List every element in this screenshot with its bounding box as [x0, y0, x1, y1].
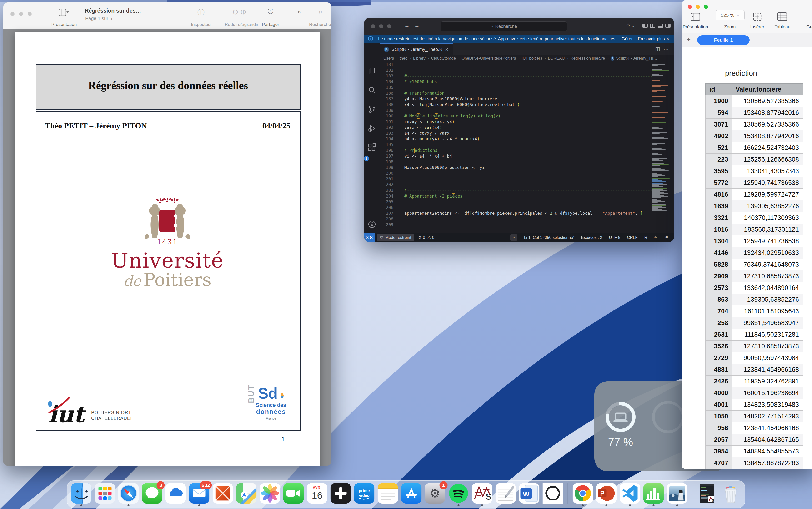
layout-icons[interactable] — [642, 23, 671, 29]
code-line[interactable]: 187y4 <- MaisonPlus10000$Valeur.fonciere — [379, 97, 652, 102]
code-line[interactable]: 188x4 <- log(MaisonPlus10000$Surface.ree… — [379, 102, 652, 108]
dock-item-facetime[interactable] — [283, 483, 304, 504]
table-row[interactable]: 1639139305,63852276 — [705, 200, 803, 212]
zoom-out-in-icons[interactable]: ⊖⊕ — [232, 8, 248, 16]
code-line[interactable]: 184# +10000 habs — [379, 79, 652, 85]
table-row[interactable]: 4816129289,599724727 — [705, 189, 803, 200]
table-row[interactable]: 521166224,524732403 — [705, 142, 803, 154]
code-line[interactable]: 197yi <- a4 * x4 + b4 — [379, 154, 652, 160]
dock-item-trash[interactable] — [721, 483, 741, 504]
code-line[interactable]: 182 — [379, 68, 652, 74]
dock-item-maps[interactable] — [236, 483, 257, 504]
dock-item-spotify[interactable] — [448, 483, 469, 506]
zoom-control[interactable]: 125 %⌄ — [715, 10, 745, 21]
outlook-icon[interactable] — [213, 483, 233, 504]
dock-item-launchpad[interactable] — [95, 483, 115, 504]
dock-item-black-plus[interactable] — [331, 483, 351, 504]
insert-icon[interactable] — [753, 12, 762, 22]
copilot-status-icon[interactable]: ᯅ — [654, 235, 658, 240]
dock-item-messages[interactable]: 3 — [142, 483, 162, 504]
copilot-icon[interactable]: ᯅ⌄ — [626, 23, 634, 29]
add-sheet-button[interactable]: + — [685, 36, 693, 43]
status-search-icon[interactable]: ⌕ — [510, 235, 517, 241]
breadcrumb-item[interactable]: Library — [413, 56, 426, 61]
table-row[interactable]: 2909127310,685873873 — [705, 270, 803, 282]
table-row[interactable]: 2631111846,502317281 — [705, 329, 803, 341]
source-control-icon[interactable] — [368, 105, 376, 114]
code-line[interactable]: 190# Modèle linéaire sur log(y) et log(x… — [379, 114, 652, 120]
accounts-icon[interactable] — [368, 220, 376, 229]
search-label[interactable]: Recherche — [309, 22, 331, 27]
black-plus-icon[interactable] — [331, 483, 351, 504]
restricted-mode-chip[interactable]: 🛡Mode restreint — [377, 234, 414, 241]
search-icon[interactable]: ⌕ — [319, 8, 323, 16]
table-row[interactable]: 3071130569,527385366 — [705, 119, 803, 130]
preview-icon[interactable] — [667, 483, 688, 504]
trash-icon[interactable] — [721, 483, 741, 504]
code-line[interactable]: 185 — [379, 85, 652, 91]
indentation[interactable]: Espaces : 2 — [581, 235, 602, 240]
dock-item-notes[interactable] — [378, 483, 398, 504]
table-icon[interactable] — [777, 12, 787, 21]
encoding[interactable]: UTF-8 — [609, 235, 620, 240]
breadcrumb[interactable]: Users›theo›Library›CloudStorage›OneDrive… — [383, 55, 657, 62]
breadcrumb-item[interactable]: IUT poitiers — [521, 56, 542, 61]
table-row[interactable]: 4000160015,196238694 — [705, 387, 803, 399]
breadcrumb-item[interactable]: ScriptR - Jeremy_Th… — [616, 56, 657, 61]
inspector-label[interactable]: Inspecteur — [191, 22, 212, 27]
minimap[interactable] — [652, 62, 673, 232]
minimize-button[interactable] — [696, 5, 700, 9]
table-row[interactable]: 223125256,126666308 — [705, 154, 803, 165]
remote-indicator[interactable]: ⋊⋉ — [364, 233, 375, 242]
code-line[interactable]: 193a4 <- covxy / varx — [379, 131, 652, 137]
table-row[interactable]: 863139305,63852276 — [705, 294, 803, 305]
code-line[interactable]: 181 — [379, 62, 652, 68]
more-actions-icon[interactable]: ⋯ — [663, 46, 669, 52]
table-row[interactable]: 2057135404,642867165 — [705, 434, 803, 446]
problems-indicator[interactable]: ⊘ 0 ⚠ 0 — [418, 235, 434, 240]
notifications-bell-icon[interactable]: 🔔︎ — [665, 235, 669, 240]
run-debug-icon[interactable] — [368, 124, 376, 133]
chart-label[interactable]: Gra — [806, 24, 812, 30]
dock-item-numbers[interactable] — [643, 483, 664, 506]
sidebar-icon[interactable] — [59, 8, 70, 17]
code-line[interactable]: 203#------------------------------------… — [379, 188, 652, 194]
back-icon[interactable]: ← — [404, 23, 410, 29]
table-row[interactable]: 3526127310,685873873 — [705, 341, 803, 352]
calendar-icon[interactable]: AVR.16 — [307, 483, 327, 504]
close-button[interactable] — [688, 5, 692, 9]
zoom-label[interactable]: Réduire/agrandir — [225, 22, 258, 27]
banner-more-link[interactable]: En savoir plus — [638, 36, 665, 41]
chrome-icon[interactable] — [573, 483, 593, 504]
dock-item-safari[interactable] — [118, 483, 139, 506]
spotify-icon[interactable] — [448, 483, 469, 504]
overflow-chevrons[interactable]: » — [297, 8, 301, 15]
dock-item-powerpoint[interactable]: P — [596, 483, 617, 506]
table-header-row[interactable]: id Valeur.fonciere — [705, 83, 803, 95]
banner-manage-link[interactable]: Gérer — [622, 36, 633, 41]
dock-item-outlook[interactable] — [213, 483, 233, 504]
table-row[interactable]: 956123841,454966168 — [705, 422, 803, 434]
close-button[interactable] — [371, 24, 375, 28]
tab-scriptr[interactable]: R ScriptR - Jeremy_Theo.R ✕ — [379, 43, 453, 55]
zoom-button[interactable] — [704, 5, 708, 9]
table-row[interactable]: 2426119359,324762891 — [705, 376, 803, 387]
dock-item-preview[interactable] — [667, 483, 688, 506]
table-row[interactable]: 4146132434,029510633 — [705, 247, 803, 259]
numbers-icon[interactable] — [643, 483, 664, 504]
code-line[interactable]: 207appartement2etmoins <- df[df$Nombre.p… — [379, 211, 652, 216]
dock-item-onedrive[interactable] — [165, 483, 186, 504]
dock-item-finder[interactable] — [71, 483, 92, 506]
safari-icon[interactable] — [118, 483, 139, 504]
language-mode[interactable]: R — [644, 235, 647, 240]
dock-item-prime-video[interactable]: primevideo — [354, 483, 375, 504]
dock-item-mail[interactable]: 632 — [189, 483, 210, 506]
dock-item-calendar[interactable]: AVR.16 — [307, 483, 327, 504]
table-row[interactable]: 272990050,9597443984 — [705, 352, 803, 364]
notes-icon[interactable] — [378, 483, 398, 504]
code-line[interactable]: 208 — [379, 216, 652, 222]
minimize-button[interactable] — [379, 24, 383, 28]
dock-item-minimized-window[interactable]: S — [697, 483, 717, 504]
dock-item-textedit[interactable] — [495, 483, 516, 504]
word-icon[interactable]: W — [519, 483, 540, 504]
